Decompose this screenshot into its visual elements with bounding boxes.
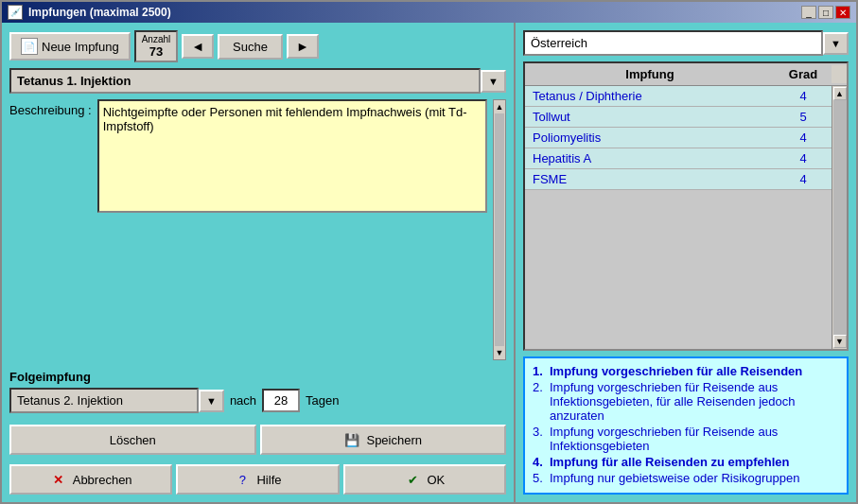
window-title: Impfungen (maximal 2500) — [28, 6, 171, 19]
legend-text: Impfung nur gebietsweise oder Risikogrup… — [550, 471, 800, 485]
ok-icon: ✔ — [404, 472, 421, 487]
legend-item: 4. Impfung für alle Reisenden zu empfehl… — [533, 455, 839, 469]
textarea-scrollbar: ▲ ▼ — [493, 99, 506, 360]
speichern-icon: 💾 — [343, 432, 360, 447]
toolbar: 📄 Neue Impfung Anzahl 73 ◄ Suche ► — [9, 30, 506, 62]
table-scroll-up[interactable]: ▲ — [833, 87, 847, 100]
table-row[interactable]: Tollwut 5 — [525, 107, 832, 128]
ok-label: OK — [427, 473, 445, 487]
table-row[interactable]: Tetanus / Diphtherie 4 — [525, 86, 832, 107]
abbrechen-label: Abbrechen — [73, 473, 132, 487]
loschen-label: Löschen — [110, 433, 156, 447]
header-grad: Grad — [775, 65, 832, 83]
close-button[interactable]: ✕ — [835, 6, 850, 19]
neue-impfung-button[interactable]: 📄 Neue Impfung — [9, 32, 131, 61]
beschreibung-section: Beschreibung : ▲ ▼ — [9, 99, 506, 360]
impfung-table: Impfung Grad Tetanus / Diphtherie 4 Toll… — [523, 61, 849, 351]
legend-box: 1. Impfung vorgeschrieben für alle Reise… — [523, 356, 849, 495]
td-impfung: Tollwut — [525, 107, 775, 127]
legend-num: 3. — [533, 425, 546, 453]
legend-item: 5. Impfung nur gebietsweise oder Risikog… — [533, 471, 839, 485]
nach-label: nach — [230, 393, 256, 408]
title-bar: 💉 Impfungen (maximal 2500) _ □ ✕ — [2, 2, 856, 23]
impfung-dropdown[interactable]: Tetanus 1. Injektion — [9, 68, 481, 94]
neue-impfung-label: Neue Impfung — [42, 40, 119, 54]
speichern-button[interactable]: 💾 Speichern — [260, 425, 507, 455]
table-row[interactable]: Hepatitis A 4 — [525, 148, 832, 169]
folgeimpfung-row: Tetanus 2. Injektion ▼ nach Tagen — [9, 388, 506, 413]
hilfe-icon: ? — [234, 472, 251, 487]
speichern-label: Speichern — [366, 433, 422, 447]
loschen-button[interactable]: Löschen — [9, 425, 256, 455]
table-scrollbar: ▲ ▼ — [832, 86, 847, 349]
abbrechen-button[interactable]: ✕ Abbrechen — [9, 464, 172, 495]
title-bar-left: 💉 Impfungen (maximal 2500) — [8, 5, 171, 20]
legend-num: 1. — [533, 364, 546, 378]
legend-text: Impfung für alle Reisenden zu empfehlen — [550, 455, 790, 469]
td-grad: 4 — [775, 169, 832, 189]
table-rows: Tetanus / Diphtherie 4 Tollwut 5 Poliomy… — [525, 86, 832, 349]
neue-impfung-icon: 📄 — [21, 38, 38, 55]
td-grad: 4 — [775, 128, 832, 148]
td-impfung: Poliomyelitis — [525, 128, 775, 148]
folgeimpfung-section: Folgeimpfung Tetanus 2. Injektion ▼ nach… — [9, 370, 506, 413]
table-body: Tetanus / Diphtherie 4 Tollwut 5 Poliomy… — [525, 86, 847, 349]
country-dropdown-wrap: Österreich ▼ — [523, 30, 849, 56]
legend-num: 5. — [533, 471, 546, 485]
table-row[interactable]: FSME 4 — [525, 169, 832, 190]
legend-text: Impfung vorgeschrieben für Reisende aus … — [550, 425, 839, 453]
legend-num: 2. — [533, 380, 546, 423]
beschreibung-label: Beschreibung : — [9, 99, 92, 360]
country-dropdown-arrow[interactable]: ▼ — [823, 32, 849, 55]
table-scroll-track — [833, 100, 847, 335]
scroll-track — [495, 113, 504, 346]
impfung-dropdown-row: Tetanus 1. Injektion ▼ — [9, 68, 506, 94]
minimize-button[interactable]: _ — [801, 6, 816, 19]
folgeimpfung-dropdown[interactable]: Tetanus 2. Injektion — [9, 388, 199, 413]
table-header: Impfung Grad — [525, 63, 847, 86]
folgeimpfung-label: Folgeimpfung — [9, 370, 506, 384]
td-grad: 5 — [775, 107, 832, 127]
legend-text: Impfung vorgeschrieben für alle Reisende… — [550, 364, 802, 378]
suche-button[interactable]: Suche — [218, 34, 283, 60]
legend-num: 4. — [533, 455, 546, 469]
country-dropdown[interactable]: Österreich — [523, 30, 823, 56]
anzahl-value: 73 — [142, 44, 171, 59]
right-panel: Österreich ▼ Impfung Grad Tetanus / Diph… — [516, 23, 856, 502]
legend-item: 3. Impfung vorgeschrieben für Reisende a… — [533, 425, 839, 453]
maximize-button[interactable]: □ — [818, 6, 833, 19]
main-content: 📄 Neue Impfung Anzahl 73 ◄ Suche ► Tetan… — [2, 23, 856, 502]
nav-right-button[interactable]: ► — [287, 34, 319, 59]
tagen-label: Tagen — [306, 393, 339, 408]
title-buttons: _ □ ✕ — [801, 6, 850, 19]
window-icon: 💉 — [8, 5, 23, 20]
buttons-row1: Löschen 💾 Speichern — [9, 425, 506, 455]
folgeimpfung-dropdown-arrow[interactable]: ▼ — [199, 390, 224, 412]
nav-left-button[interactable]: ◄ — [182, 34, 214, 59]
ok-button[interactable]: ✔ OK — [343, 464, 506, 495]
anzahl-label: Anzahl — [142, 34, 171, 44]
impfung-dropdown-arrow[interactable]: ▼ — [481, 70, 506, 93]
scroll-up-arrow[interactable]: ▲ — [496, 102, 504, 112]
td-grad: 4 — [775, 148, 832, 168]
hilfe-button[interactable]: ? Hilfe — [176, 464, 339, 495]
main-window: 💉 Impfungen (maximal 2500) _ □ ✕ 📄 Neue … — [0, 0, 858, 504]
td-grad: 4 — [775, 86, 832, 106]
anzahl-box: Anzahl 73 — [134, 30, 179, 62]
buttons-row2: ✕ Abbrechen ? Hilfe ✔ OK — [9, 464, 506, 495]
table-row[interactable]: Poliomyelitis 4 — [525, 128, 832, 148]
folgeimpfung-dropdown-wrap: Tetanus 2. Injektion ▼ — [9, 388, 224, 413]
legend-text: Impfung vorgeschrieben für Reisende aus … — [550, 380, 839, 423]
abbrechen-icon: ✕ — [50, 472, 67, 487]
td-impfung: FSME — [525, 169, 775, 189]
table-scroll-down[interactable]: ▼ — [833, 335, 847, 348]
td-impfung: Tetanus / Diphtherie — [525, 86, 775, 106]
legend-item: 2. Impfung vorgeschrieben für Reisende a… — [533, 380, 839, 423]
tage-input[interactable] — [262, 389, 300, 412]
left-panel: 📄 Neue Impfung Anzahl 73 ◄ Suche ► Tetan… — [2, 23, 516, 502]
td-impfung: Hepatitis A — [525, 148, 775, 168]
beschreibung-textarea[interactable] — [97, 99, 487, 213]
header-impfung: Impfung — [525, 65, 775, 83]
hilfe-label: Hilfe — [256, 473, 281, 487]
scroll-down-arrow[interactable]: ▼ — [496, 348, 504, 357]
